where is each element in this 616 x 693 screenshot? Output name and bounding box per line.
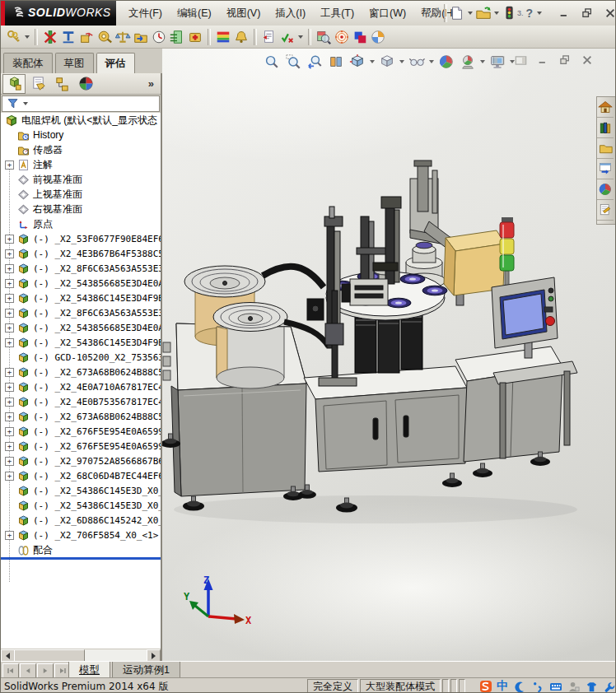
expand-icon[interactable]: + [5,472,14,481]
squares-icon[interactable] [352,29,368,45]
movebox-icon[interactable] [78,29,95,45]
tree-item-17[interactable]: +(-) _X2_673A68B0624B88C59 [1,365,161,379]
rainbow-icon[interactable] [215,29,231,45]
docq-icon[interactable] [261,29,278,45]
scales-icon[interactable] [114,29,131,45]
tray-moon-icon[interactable] [512,680,526,693]
tree-item-11[interactable]: +(-) _X2_543856685E3D4E0A6 [1,276,161,291]
tree-item-19[interactable]: +(-) _X2_4E0B753567817EC44 [1,394,161,409]
hideshow-icon[interactable] [408,53,426,71]
tab-0[interactable]: 装配体 [3,53,53,75]
panel-overflow-button[interactable]: » [148,77,154,90]
expand-icon[interactable]: + [5,323,14,333]
displaystyle-icon[interactable] [378,53,396,71]
zoomfit-icon[interactable] [263,53,281,71]
tree-item-14[interactable]: +(-) _X2_543856685E3D4E0A6 [1,320,161,335]
section-icon[interactable] [327,53,345,71]
firstaid-icon[interactable] [187,29,203,45]
taskpane-library-icon[interactable] [597,118,614,138]
newdoc-icon[interactable] [449,5,465,21]
dropdown-arrow-icon[interactable] [494,12,499,15]
panel-horizontal-scrollbar[interactable] [1,649,161,661]
propmgr-icon[interactable] [26,74,49,94]
dropdown-arrow-icon[interactable] [468,12,473,15]
tree-item-24[interactable]: +(-) _X2_68C06D4B7EC44EF6_ [1,468,161,483]
model-right-cabinet[interactable] [455,346,562,462]
tree-item-1[interactable]: History [1,128,161,142]
tree-item-7[interactable]: 原点 [1,216,161,231]
menu-item-1[interactable]: 编辑(E) [170,1,219,26]
filter-funnel-icon[interactable] [5,95,21,112]
tree-item-4[interactable]: 前视基准面 [1,172,161,187]
pin-icon[interactable] [427,5,443,21]
tsquare-icon[interactable] [60,29,77,45]
menu-item-5[interactable]: 窗口(W) [362,1,413,26]
tree-item-15[interactable]: +(-) _X2_54386C145E3D4F9B6 [1,335,161,350]
doc-panelleft-button[interactable] [490,52,506,68]
expand-icon[interactable]: + [5,309,14,318]
tray-wrench-icon[interactable] [603,680,616,693]
zoomarea-icon[interactable] [284,53,302,71]
tree-item-27[interactable]: (-) _X2_6D886C145242_X0_ ( [1,513,161,528]
scrollbar-thumb[interactable] [14,649,85,661]
menu-item-4[interactable]: 工具(T) [313,1,362,26]
dropdown-arrow-icon[interactable] [370,60,375,63]
panel-splitter[interactable] [1,557,161,560]
scroll-right-button[interactable] [147,649,161,661]
expand-icon[interactable]: + [5,279,14,288]
scroll-left-button[interactable] [1,649,15,661]
expand-icon[interactable]: + [5,531,14,540]
vieworient-icon[interactable] [348,53,366,71]
menu-item-3[interactable]: 插入(I) [268,1,313,26]
tab-2[interactable]: 评估 [96,53,135,75]
magcolor-icon[interactable] [315,29,332,45]
expand-icon[interactable]: + [5,383,14,392]
tree-item-8[interactable]: +(-) _X2_53F0677F90E84EF6_ [1,231,161,246]
model-left-brackets[interactable] [163,342,170,380]
editappear-icon[interactable] [437,53,455,71]
tree-item-12[interactable]: +(-) _X2_54386C145E3D4F9B6 [1,291,161,305]
doc-minimize-button[interactable] [534,52,551,68]
expand-icon[interactable]: + [5,294,14,303]
expand-icon[interactable]: + [5,412,14,421]
tree-item-3[interactable]: +注解 [1,157,161,172]
tab-1[interactable]: 草图 [55,53,94,75]
tree-item-16[interactable]: (-) GCD-105200_X2_753563A [1,350,161,365]
applyscene-icon[interactable] [459,53,477,71]
tree-item-20[interactable]: +(-) _X2_673A68B0624B88C59 [1,409,161,424]
tray-quote-icon[interactable] [530,680,544,693]
dropdown-arrow-icon[interactable] [429,60,434,63]
tree-item-23[interactable]: +(-) _X2_970752A8566867B64 [1,453,161,468]
tree-item-13[interactable]: +(-) _X2_8F6C63A563A553E3_ [1,305,161,320]
featmgr-icon[interactable] [2,74,26,94]
tree-item-21[interactable]: +(-) _X2_676F5E954E0A65996 [1,424,161,439]
tree-item-9[interactable]: +(-) _X2_4E3B67B64F5388C59 [1,246,161,261]
taskpane-home-icon[interactable] [597,97,614,118]
navprev-button[interactable] [20,663,36,678]
graphics-viewport[interactable]: Z X Y [162,49,616,661]
measure-icon[interactable] [96,29,113,45]
menu-item-0[interactable]: 文件(F) [121,1,170,26]
dropdown-arrow-icon[interactable] [298,35,303,39]
checkx-icon[interactable] [279,29,296,45]
tray-shirt-icon[interactable] [585,680,599,693]
tree-item-22[interactable]: +(-) _X2_676F5E954E0A65996 [1,439,161,453]
keys-icon[interactable] [6,29,22,45]
tree-item-0[interactable]: 电阻焊机 (默认<默认_显示状态 [1,113,161,128]
tree-item-25[interactable]: (-) _X2_54386C145E3D_X0_ ( [1,483,161,498]
help-icon[interactable]: ? [525,7,535,20]
tree-item-2[interactable]: 传感器 [1,142,161,157]
radial-icon[interactable] [334,29,350,45]
model-bowl-feeder-2[interactable] [213,303,287,389]
ball-icon[interactable] [370,29,386,45]
expand-icon[interactable]: + [5,427,14,436]
tree-item-10[interactable]: +(-) _X2_8F6C63A563A553E3_ [1,261,161,276]
doc-restore-button[interactable] [557,52,573,68]
bottom-tab-1[interactable]: 运动算例1 [112,662,180,678]
navfirst-button[interactable] [2,663,19,678]
restore-button[interactable] [579,5,595,21]
prevview-icon[interactable] [306,53,324,71]
dropdown-arrow-icon[interactable] [399,60,404,63]
openfolder-icon[interactable] [475,5,492,21]
expand-icon[interactable]: + [5,338,14,347]
